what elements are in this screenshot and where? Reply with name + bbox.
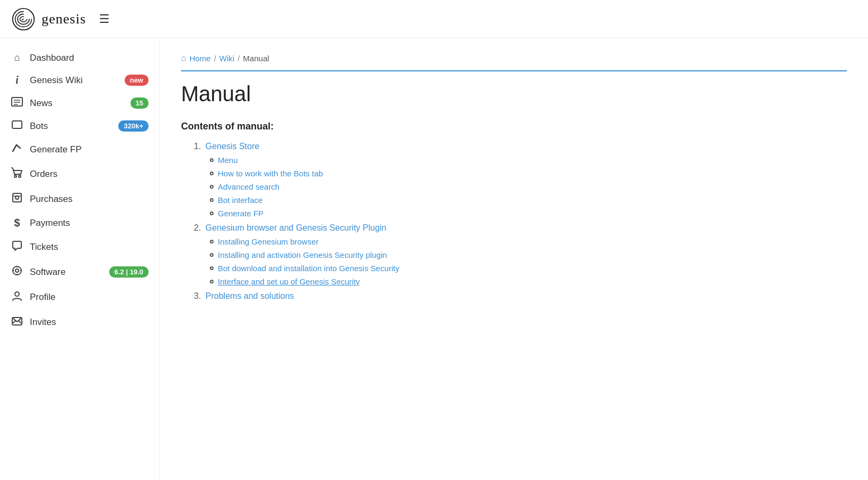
bullet-icon bbox=[210, 185, 214, 189]
hamburger-button[interactable]: ☰ bbox=[99, 12, 110, 26]
sidebar-label-generate-fp: Generate FP bbox=[30, 144, 149, 155]
toc-sublist-1: Menu How to work with the Bots tab Advan… bbox=[194, 156, 847, 218]
breadcrumb: ⌂ Home / Wiki / Manual bbox=[181, 53, 847, 71]
toc-subitem-generate-fp: Generate FP bbox=[210, 209, 847, 218]
toc-subitem-bot-download: Bot download and installation into Genes… bbox=[210, 264, 847, 273]
toc-subitem-interface-setup: Interface and set up of Genesis Security bbox=[210, 277, 847, 286]
tickets-icon bbox=[11, 240, 23, 254]
logo-area: genesis bbox=[11, 6, 86, 32]
main-content: ⌂ Home / Wiki / Manual Manual Contents o… bbox=[160, 38, 868, 480]
toc-subitem-advanced-search: Advanced search bbox=[210, 182, 847, 191]
breadcrumb-home-link[interactable]: Home bbox=[190, 54, 211, 63]
toc-link-bots-tab[interactable]: How to work with the Bots tab bbox=[218, 169, 323, 178]
sidebar-label-invites: Invites bbox=[30, 317, 149, 328]
toc-link-menu[interactable]: Menu bbox=[218, 156, 238, 165]
toc-link-genesis-store[interactable]: Genesis Store bbox=[206, 142, 259, 151]
info-icon: i bbox=[11, 74, 23, 86]
svg-point-10 bbox=[14, 175, 17, 177]
toc-number-3: 3. bbox=[194, 291, 201, 300]
bullet-icon bbox=[210, 280, 214, 283]
toc-link-advanced-search[interactable]: Advanced search bbox=[218, 182, 280, 191]
news-icon bbox=[11, 97, 23, 109]
logo-text: genesis bbox=[42, 11, 86, 27]
sidebar-item-genesis-wiki[interactable]: i Genesis Wiki new bbox=[0, 69, 159, 92]
sidebar-item-dashboard[interactable]: ⌂ Dashboard bbox=[0, 47, 159, 69]
home-icon: ⌂ bbox=[181, 53, 186, 63]
logo-icon bbox=[11, 6, 36, 32]
svg-point-21 bbox=[15, 292, 19, 296]
toc-number-1: 1. bbox=[194, 142, 201, 151]
toc-link-generate-fp[interactable]: Generate FP bbox=[218, 209, 264, 218]
invites-icon bbox=[11, 315, 23, 329]
profile-icon bbox=[11, 290, 23, 304]
sidebar-label-purchases: Purchases bbox=[30, 194, 149, 205]
toc-link-bot-interface[interactable]: Bot interface bbox=[218, 196, 263, 205]
sidebar-item-bots[interactable]: Bots 320k+ bbox=[0, 115, 159, 137]
sidebar-item-software[interactable]: Software 6.2 | 19.0 bbox=[0, 259, 159, 284]
generate-fp-icon bbox=[11, 143, 23, 156]
toc-item-1: 1. Genesis Store Menu How to work with t… bbox=[194, 142, 847, 218]
toc-subitem-installing-genesium: Installing Genesium browser bbox=[210, 237, 847, 246]
svg-line-8 bbox=[13, 145, 17, 151]
svg-point-16 bbox=[15, 269, 19, 272]
breadcrumb-current: Manual bbox=[243, 54, 269, 63]
sidebar: ⌂ Dashboard i Genesis Wiki new News 15 B… bbox=[0, 38, 160, 480]
svg-point-11 bbox=[19, 175, 21, 177]
toc-link-installing-genesium[interactable]: Installing Genesium browser bbox=[218, 237, 318, 246]
bullet-icon bbox=[210, 253, 214, 257]
news-badge: 15 bbox=[130, 97, 149, 109]
sidebar-item-tickets[interactable]: Tickets bbox=[0, 234, 159, 259]
sidebar-item-invites[interactable]: Invites bbox=[0, 310, 159, 335]
breadcrumb-sep-1: / bbox=[214, 54, 216, 63]
sidebar-label-payments: Payments bbox=[30, 218, 149, 229]
toc-link-interface-setup[interactable]: Interface and set up of Genesis Security bbox=[218, 277, 360, 286]
toc-subitem-installing-plugin: Installing and activation Genesis Securi… bbox=[210, 250, 847, 259]
toc-sublist-2: Installing Genesium browser Installing a… bbox=[194, 237, 847, 286]
page-title: Manual bbox=[181, 82, 847, 106]
wiki-badge: new bbox=[125, 75, 149, 86]
bots-icon bbox=[11, 120, 23, 132]
svg-point-15 bbox=[13, 266, 21, 275]
breadcrumb-wiki-link[interactable]: Wiki bbox=[219, 54, 234, 63]
toc-item-3: 3. Problems and solutions bbox=[194, 291, 847, 301]
toc-link-problems[interactable]: Problems and solutions bbox=[206, 291, 294, 300]
main-layout: ⌂ Dashboard i Genesis Wiki new News 15 B… bbox=[0, 38, 868, 480]
sidebar-item-generate-fp[interactable]: Generate FP bbox=[0, 137, 159, 161]
sidebar-label-orders: Orders bbox=[30, 169, 149, 180]
sidebar-label-tickets: Tickets bbox=[30, 242, 149, 253]
sidebar-item-purchases[interactable]: Purchases bbox=[0, 186, 159, 211]
sidebar-item-payments[interactable]: $ Payments bbox=[0, 211, 159, 234]
toc-subitem-bots-tab: How to work with the Bots tab bbox=[210, 169, 847, 178]
dashboard-icon: ⌂ bbox=[11, 52, 23, 63]
sidebar-label-dashboard: Dashboard bbox=[30, 53, 149, 63]
bullet-icon bbox=[210, 240, 214, 243]
bullet-icon bbox=[210, 158, 214, 162]
contents-label: Contents of manual: bbox=[181, 121, 847, 132]
sidebar-item-profile[interactable]: Profile bbox=[0, 284, 159, 310]
toc-link-genesium-browser[interactable]: Genesium browser and Genesis Security Pl… bbox=[206, 223, 387, 232]
software-badge: 6.2 | 19.0 bbox=[109, 266, 149, 278]
bots-badge: 320k+ bbox=[118, 120, 149, 132]
sidebar-label-software: Software bbox=[30, 267, 103, 278]
bullet-icon bbox=[210, 198, 214, 202]
svg-point-13 bbox=[15, 196, 19, 199]
sidebar-item-orders[interactable]: Orders bbox=[0, 161, 159, 186]
bullet-icon bbox=[210, 266, 214, 270]
software-icon bbox=[11, 265, 23, 279]
bullet-icon bbox=[210, 211, 214, 215]
toc-subitem-menu: Menu bbox=[210, 156, 847, 165]
header: genesis ☰ bbox=[0, 0, 868, 38]
toc-subitem-bot-interface: Bot interface bbox=[210, 196, 847, 205]
svg-rect-12 bbox=[13, 193, 21, 202]
sidebar-item-news[interactable]: News 15 bbox=[0, 92, 159, 115]
bullet-icon bbox=[210, 172, 214, 175]
toc-list: 1. Genesis Store Menu How to work with t… bbox=[181, 142, 847, 301]
payments-icon: $ bbox=[11, 217, 23, 229]
toc-link-installing-plugin[interactable]: Installing and activation Genesis Securi… bbox=[218, 250, 387, 259]
sidebar-label-profile: Profile bbox=[30, 292, 149, 303]
toc-link-bot-download[interactable]: Bot download and installation into Genes… bbox=[218, 264, 399, 273]
svg-line-9 bbox=[17, 145, 20, 148]
sidebar-label-genesis-wiki: Genesis Wiki bbox=[30, 75, 118, 86]
svg-rect-5 bbox=[12, 121, 22, 128]
breadcrumb-sep-2: / bbox=[238, 54, 240, 63]
